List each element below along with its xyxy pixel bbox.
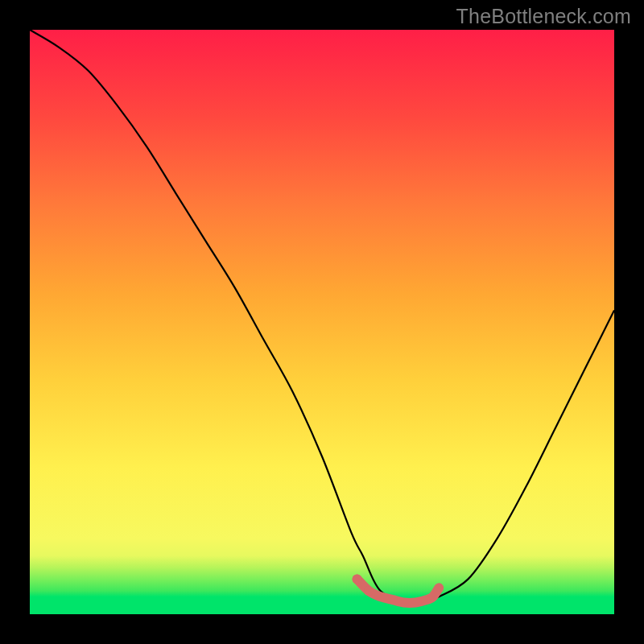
bottleneck-curve xyxy=(30,30,614,604)
highlight-dot xyxy=(364,586,374,596)
highlight-dot xyxy=(353,574,362,584)
chart-frame: TheBottleneck.com xyxy=(0,0,644,644)
curve-svg xyxy=(30,30,614,614)
plot-area xyxy=(30,30,614,614)
watermark-text: TheBottleneck.com xyxy=(456,5,631,28)
